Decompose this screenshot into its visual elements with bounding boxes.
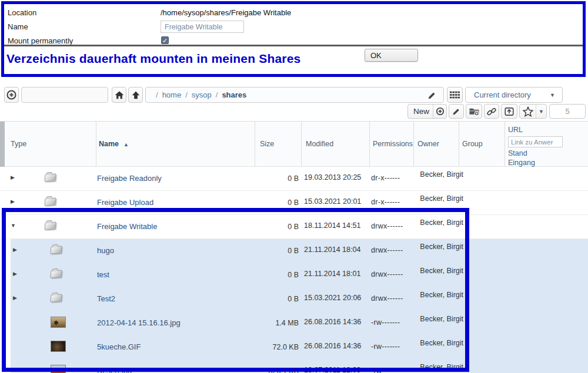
search-input[interactable] xyxy=(21,87,108,103)
view-scope-select[interactable]: Current directory ▼ xyxy=(465,87,563,103)
header-group[interactable]: Group xyxy=(462,140,483,148)
url-extra-label[interactable]: Stand Eingang xyxy=(508,149,547,167)
table-row[interactable]: ▶Test20 B15.03.2021 20:06drwx------Becke… xyxy=(0,287,588,311)
link-button[interactable] xyxy=(484,104,499,119)
url-link-input[interactable] xyxy=(508,136,563,147)
chain-link-icon xyxy=(486,106,497,117)
mount-permanently-label: Mount permanently xyxy=(8,36,73,45)
location-label: Location xyxy=(8,8,36,17)
sort-asc-icon: ▲ xyxy=(123,142,129,147)
expand-icon[interactable]: ▶ xyxy=(11,199,15,204)
file-owner: Becker, Birgit xyxy=(412,315,463,324)
file-size: 0 B xyxy=(247,199,299,207)
file-permissions: drwx------ xyxy=(371,270,403,278)
file-size: 0 B xyxy=(247,295,299,303)
favorites-button[interactable]: ▼ xyxy=(519,104,547,119)
file-permissions: -rw------- xyxy=(371,367,400,373)
table-row[interactable]: Desert.jpg826.1 KB13.07.2011 12:09-rw---… xyxy=(0,359,588,373)
file-size: 0 B xyxy=(247,271,299,279)
plus-circle-icon[interactable] xyxy=(433,107,446,116)
file-owner: Becker, Birgit xyxy=(412,267,463,275)
table-row[interactable]: ▶test0 B21.11.2014 18:01drwx------Becker… xyxy=(0,263,588,287)
view-scope-value: Current directory xyxy=(474,90,531,99)
file-modified: 18.11.2014 14:51 xyxy=(304,221,360,230)
file-modified: 21.11.2014 18:04 xyxy=(304,246,360,254)
folder-icon xyxy=(45,220,62,234)
file-name-link[interactable]: test xyxy=(97,270,109,279)
breadcrumb-home[interactable]: home xyxy=(162,90,182,99)
file-name-link[interactable]: 5kueche.GIF xyxy=(97,342,141,351)
file-name-link[interactable]: Desert.jpg xyxy=(97,367,132,373)
header-type[interactable]: Type xyxy=(11,140,26,148)
folder-icon xyxy=(45,196,62,210)
file-modified: 15.03.2021 20:01 xyxy=(304,197,361,206)
file-size: 0 B xyxy=(247,223,299,231)
table-row[interactable]: 2012-04-14 15.16.16.jpg1.4 MB26.08.2016 … xyxy=(0,311,588,335)
header-permissions[interactable]: Permissions xyxy=(373,140,413,148)
file-modified: 13.07.2011 12:09 xyxy=(304,366,360,373)
breadcrumb-sysop[interactable]: sysop xyxy=(192,90,212,99)
dialog-divider xyxy=(4,45,583,46)
home-button[interactable] xyxy=(112,87,126,103)
table-header: Type Name▲ Size Modified Permissions Own… xyxy=(0,121,588,167)
file-permissions: drwx------ xyxy=(371,246,403,254)
file-name-link[interactable]: Freigabe Writable xyxy=(97,222,157,231)
file-permissions: -rw------- xyxy=(371,342,400,351)
tree-gutter xyxy=(0,122,5,167)
plus-circle-icon xyxy=(6,89,17,100)
file-permissions: -rw------- xyxy=(371,318,400,327)
header-owner[interactable]: Owner xyxy=(417,140,439,148)
items-count-input[interactable] xyxy=(549,104,586,119)
header-modified[interactable]: Modified xyxy=(306,140,333,148)
file-modified: 26.08.2016 14:36 xyxy=(304,318,361,326)
new-button-label: New xyxy=(408,107,433,116)
file-name-link[interactable]: Test2 xyxy=(97,294,115,303)
file-modified: 15.03.2021 20:06 xyxy=(304,294,361,302)
add-folder-button[interactable] xyxy=(466,104,482,119)
chevron-down-icon: ▼ xyxy=(550,92,555,98)
file-owner: Becker, Birgit xyxy=(412,219,463,227)
favorites-dropdown[interactable]: ▼ xyxy=(536,109,546,115)
list-view-button[interactable] xyxy=(447,87,463,103)
file-name-link[interactable]: 2012-04-14 15.16.16.jpg xyxy=(97,318,181,327)
expand-icon[interactable]: ▶ xyxy=(13,247,17,253)
mount-dialog-annotation-box: Location /home/sysop/shares/Freigabe Wri… xyxy=(1,1,586,77)
mount-permanently-checkbox[interactable]: ✓ xyxy=(161,36,169,44)
file-name-link[interactable]: Freigabe Readonly xyxy=(97,174,162,183)
image-thumbnail xyxy=(51,364,68,373)
header-size[interactable]: Size xyxy=(260,140,274,148)
list-view-icon xyxy=(449,89,460,100)
folder-icon xyxy=(45,172,62,186)
pencil-icon xyxy=(452,106,462,116)
expand-icon[interactable]: ▶ xyxy=(13,271,17,277)
up-directory-button[interactable] xyxy=(128,87,143,103)
table-row[interactable]: 5kueche.GIF72.0 KB26.08.2016 14:36-rw---… xyxy=(0,335,588,359)
file-name-link[interactable]: Freigabe Upload xyxy=(97,198,153,207)
star-icon[interactable] xyxy=(520,106,536,117)
file-owner: Becker, Birgit xyxy=(412,339,463,348)
share-name-input[interactable] xyxy=(161,21,244,33)
new-button[interactable]: New xyxy=(407,104,447,119)
edit-path-button[interactable] xyxy=(427,90,437,100)
header-name[interactable]: Name▲ xyxy=(99,140,129,148)
table-row[interactable]: ▶Freigabe Readonly0 B19.03.2013 20:25dr-… xyxy=(0,167,588,191)
table-row[interactable]: ▶Freigabe Upload0 B15.03.2021 20:01dr-x-… xyxy=(0,191,588,215)
table-row[interactable]: ▼Freigabe Writable0 B18.11.2014 14:51drw… xyxy=(0,215,588,239)
ok-button[interactable]: OK xyxy=(365,49,418,62)
file-owner: Becker, Birgit xyxy=(412,243,463,251)
folder-plus-icon xyxy=(469,106,480,116)
add-button[interactable] xyxy=(4,87,19,103)
expand-icon[interactable]: ▶ xyxy=(13,295,17,301)
file-permissions: drwx------ xyxy=(371,294,403,303)
expand-icon[interactable]: ▶ xyxy=(11,174,15,180)
file-modified: 26.08.2016 14:36 xyxy=(304,342,361,350)
edit-button[interactable] xyxy=(449,104,464,119)
file-size: 826.1 KB xyxy=(247,367,299,373)
annotation-caption: Verzeichnis dauerhaft mounten in meinen … xyxy=(6,52,301,66)
file-size: 0 B xyxy=(247,247,299,255)
collapse-icon[interactable]: ▼ xyxy=(11,223,16,228)
file-owner: Becker, Birgit xyxy=(412,363,463,372)
upload-button[interactable] xyxy=(501,104,517,119)
table-row[interactable]: ▶hugo0 B21.11.2014 18:04drwx------Becker… xyxy=(0,239,588,263)
file-name-link[interactable]: hugo xyxy=(97,246,114,255)
